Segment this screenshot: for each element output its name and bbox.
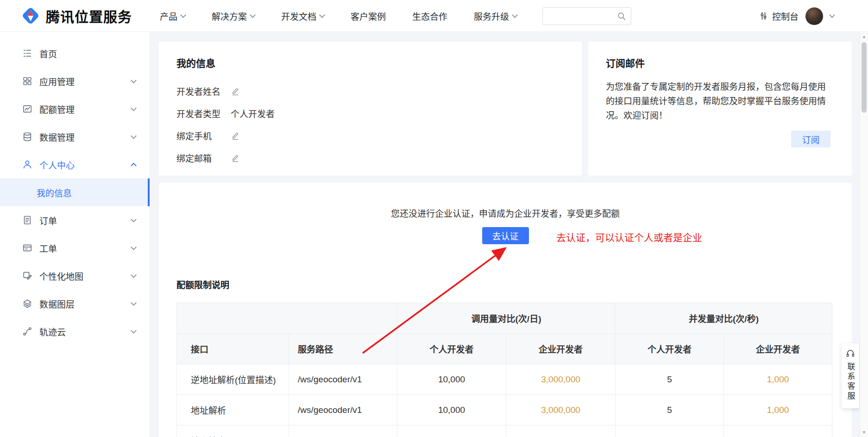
certify-button[interactable]: 去认证 <box>482 227 529 244</box>
headset-icon <box>846 349 855 358</box>
scrollbar-down-arrow[interactable]: ▼ <box>860 430 868 435</box>
nav-item-dev-docs[interactable]: 开发文档 <box>281 10 324 22</box>
sidebar-item-data-management[interactable]: 数据管理 <box>0 123 150 151</box>
nav-item-label: 开发文档 <box>281 10 316 22</box>
quota-cell-enterprise-concurrency: 200 <box>724 425 832 437</box>
brand-logo-icon <box>20 6 41 26</box>
content-area: 我的信息 开发者姓名 开发者类型 个人开发者 绑定手机 绑定邮箱 <box>150 32 868 437</box>
quota-row: 逆地址解析(位置描述) /ws/geocoder/v1 10,000 3,000… <box>177 364 832 395</box>
sidebar-item-quota-management[interactable]: 配额管理 <box>0 95 150 123</box>
subscribe-button[interactable]: 订阅 <box>791 131 830 147</box>
track-route-icon <box>22 326 32 336</box>
chevron-down-icon <box>131 328 137 334</box>
scrollbar-up-arrow[interactable]: ▲ <box>860 34 868 39</box>
chevron-down-icon <box>250 12 256 18</box>
scrollbar[interactable]: ▲ ▼ <box>860 32 868 437</box>
sidebar-item-data-layers[interactable]: 数据图层 <box>0 290 150 317</box>
quota-cell-personal-concurrency: 5 <box>616 364 724 395</box>
quota-cell-personal-concurrency: 5 <box>616 425 724 437</box>
sidebar-item-track-cloud[interactable]: 轨迹云 <box>0 317 150 345</box>
console-link[interactable]: 控制台 <box>759 10 799 22</box>
quota-cell-path: /ws/place/v1/search <box>289 425 397 437</box>
nav-item-service-upgrade[interactable]: 服务升级 <box>474 10 517 22</box>
profile-card-title: 我的信息 <box>159 42 582 70</box>
quota-section-title: 配额限制说明 <box>176 278 852 291</box>
quota-cell-enterprise-daily: 500,000 <box>506 425 616 437</box>
field-developer-type: 开发者类型 个人开发者 <box>159 102 582 124</box>
quota-col-header: 企业开发者 <box>506 334 616 364</box>
edit-pencil-icon[interactable] <box>231 86 240 96</box>
certification-prompt: 您还没进行企业认证，申请成为企业开发者，享受更多配额 <box>159 183 852 219</box>
sidebar-item-personal-center[interactable]: 个人中心 <box>0 151 150 178</box>
nav-item-products[interactable]: 产品 <box>160 10 185 22</box>
sidebar-item-app-management[interactable]: 应用管理 <box>0 67 150 95</box>
field-bound-phone: 绑定手机 <box>159 124 582 146</box>
database-icon <box>22 132 32 142</box>
sidebar-item-work-orders[interactable]: 工单 <box>0 234 150 262</box>
quota-cell-personal-daily: 10,000 <box>397 364 506 395</box>
quota-group-daily: 调用量对比(次/日) <box>397 303 616 334</box>
sidebar-subitem-my-info[interactable]: 我的信息 <box>0 178 150 206</box>
nav-item-label: 产品 <box>160 10 177 22</box>
chevron-down-icon <box>131 272 137 278</box>
console-label: 控制台 <box>772 10 799 22</box>
sidebar-item-orders[interactable]: 订单 <box>0 206 150 234</box>
chevron-down-icon <box>131 300 137 306</box>
quota-col-header: 接口 <box>177 334 289 364</box>
work-order-icon <box>22 243 32 253</box>
chevron-down-icon[interactable] <box>829 12 835 18</box>
sidebar-item-custom-map[interactable]: 个性化地图 <box>0 262 150 290</box>
subscribe-card-title: 订阅邮件 <box>588 42 852 70</box>
nav-item-label: 客户案例 <box>351 10 386 22</box>
certification-quota-card: 您还没进行企业认证，申请成为企业开发者，享受更多配额 去认证 去认证，可以认证个… <box>159 183 852 437</box>
chevron-down-icon <box>512 12 518 18</box>
quota-table: 调用量对比(次/日) 并发量对比(次/秒) 接口 服务路径 个人开发者 企业开发… <box>176 303 832 437</box>
sidebar-item-home[interactable]: 首页 <box>0 39 150 67</box>
field-developer-name: 开发者姓名 <box>159 80 582 102</box>
chevron-down-icon <box>131 77 137 83</box>
quota-col-header: 个人开发者 <box>616 334 724 364</box>
quota-col-header: 企业开发者 <box>724 334 832 364</box>
console-sliders-icon <box>759 11 768 21</box>
search-input[interactable] <box>543 8 616 25</box>
quota-corner-cell <box>177 303 397 334</box>
avatar[interactable] <box>805 7 823 25</box>
home-list-icon <box>22 48 32 58</box>
quota-cell-enterprise-concurrency: 1,000 <box>724 364 832 395</box>
quota-cell-api: 逆地址解析(位置描述) <box>177 364 289 395</box>
quota-col-header: 服务路径 <box>289 334 397 364</box>
edit-pencil-icon[interactable] <box>231 131 240 140</box>
chevron-down-icon <box>180 12 186 18</box>
quota-cell-personal-daily: 10,000 <box>397 425 506 437</box>
brand[interactable]: 腾讯位置服务 <box>20 6 132 26</box>
profile-card: 我的信息 开发者姓名 开发者类型 个人开发者 绑定手机 绑定邮箱 <box>159 42 582 176</box>
quota-chart-icon <box>22 104 32 114</box>
quota-row: 地址解析 /ws/geocoder/v1 10,000 3,000,000 5 … <box>177 395 832 425</box>
nav-item-label: 解决方案 <box>212 10 247 22</box>
quota-cell-enterprise-daily: 3,000,000 <box>506 395 616 425</box>
brand-name: 腾讯位置服务 <box>46 6 132 26</box>
chevron-down-icon <box>131 105 137 111</box>
nav-item-customer-cases[interactable]: 客户案例 <box>351 10 386 22</box>
custom-map-icon <box>22 271 32 281</box>
contact-service-widget[interactable]: 联系客服 <box>842 343 859 408</box>
search-icon[interactable] <box>616 11 627 21</box>
contact-service-label: 联系客服 <box>845 362 856 401</box>
subscribe-card: 订阅邮件 为您准备了专属定制的开发者服务月报，包含您每月使用的接口用量统计等信息… <box>588 42 852 176</box>
field-bound-email: 绑定邮箱 <box>159 146 582 169</box>
quota-cell-enterprise-concurrency: 1,000 <box>724 395 832 425</box>
search-box[interactable] <box>542 7 631 25</box>
developer-type-value: 个人开发者 <box>231 107 275 120</box>
apps-grid-icon <box>22 76 32 86</box>
quota-cell-api: 地点搜索 <box>177 425 289 437</box>
edit-pencil-icon[interactable] <box>231 153 240 163</box>
scrollbar-thumb[interactable] <box>862 42 867 113</box>
quota-cell-api: 地址解析 <box>177 395 289 425</box>
chevron-down-icon <box>319 12 325 18</box>
top-navbar: 腾讯位置服务 产品 解决方案 开发文档 客户案例 生态合作 服务升级 <box>0 0 868 32</box>
nav-item-solutions[interactable]: 解决方案 <box>212 10 255 22</box>
annotation-text: 去认证，可以认证个人或者是企业 <box>556 229 702 246</box>
quota-col-header: 个人开发者 <box>397 334 506 364</box>
chevron-down-icon <box>131 244 137 250</box>
nav-item-eco-cooperation[interactable]: 生态合作 <box>412 10 447 22</box>
